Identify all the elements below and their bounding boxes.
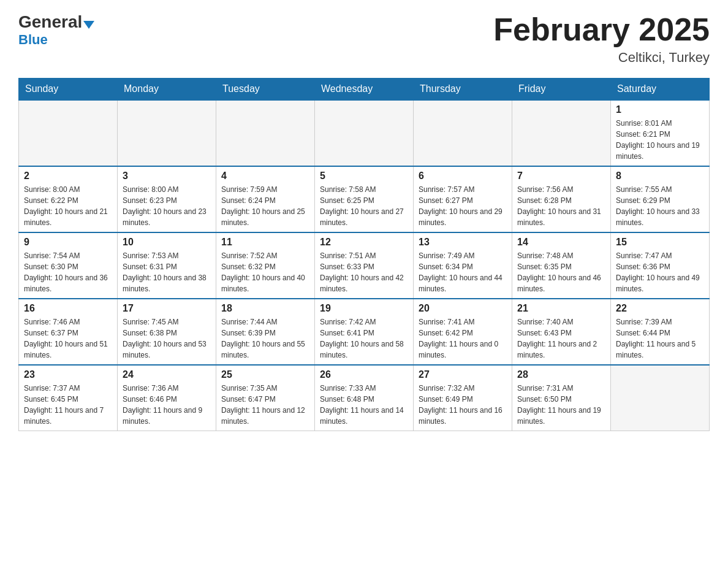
calendar-day-cell <box>414 100 512 166</box>
calendar-day-cell: 16Sunrise: 7:46 AMSunset: 6:37 PMDayligh… <box>19 299 118 365</box>
day-info: Sunrise: 7:48 AMSunset: 6:35 PMDaylight:… <box>517 250 605 294</box>
logo-arrow-icon <box>83 21 94 29</box>
day-of-week-header: Saturday <box>611 79 710 101</box>
calendar-day-cell: 2Sunrise: 8:00 AMSunset: 6:22 PMDaylight… <box>19 166 118 232</box>
day-number: 20 <box>419 303 507 314</box>
day-info: Sunrise: 7:52 AMSunset: 6:32 PMDaylight:… <box>221 250 309 294</box>
calendar-day-cell: 7Sunrise: 7:56 AMSunset: 6:28 PMDaylight… <box>512 166 611 232</box>
calendar-day-cell <box>118 100 216 166</box>
day-of-week-header: Wednesday <box>315 79 414 101</box>
calendar-week-row: 2Sunrise: 8:00 AMSunset: 6:22 PMDaylight… <box>19 166 710 232</box>
day-of-week-header: Monday <box>118 79 216 101</box>
day-number: 1 <box>616 104 704 115</box>
day-of-week-header: Thursday <box>414 79 512 101</box>
day-number: 10 <box>123 237 211 248</box>
day-info: Sunrise: 7:44 AMSunset: 6:39 PMDaylight:… <box>221 316 309 361</box>
calendar-table: SundayMondayTuesdayWednesdayThursdayFrid… <box>18 78 710 431</box>
day-info: Sunrise: 8:00 AMSunset: 6:23 PMDaylight:… <box>123 184 211 228</box>
day-number: 18 <box>221 303 309 314</box>
day-info: Sunrise: 7:53 AMSunset: 6:31 PMDaylight:… <box>123 250 211 294</box>
day-number: 4 <box>221 170 309 182</box>
calendar-day-cell: 21Sunrise: 7:40 AMSunset: 6:43 PMDayligh… <box>512 299 611 365</box>
day-info: Sunrise: 7:36 AMSunset: 6:46 PMDaylight:… <box>123 383 211 427</box>
calendar-week-row: 1Sunrise: 8:01 AMSunset: 6:21 PMDaylight… <box>19 100 710 166</box>
day-number: 6 <box>419 170 507 182</box>
calendar-day-cell: 4Sunrise: 7:59 AMSunset: 6:24 PMDaylight… <box>216 166 315 232</box>
day-info: Sunrise: 7:45 AMSunset: 6:38 PMDaylight:… <box>123 316 211 361</box>
day-info: Sunrise: 8:01 AMSunset: 6:21 PMDaylight:… <box>616 118 704 162</box>
day-info: Sunrise: 7:39 AMSunset: 6:44 PMDaylight:… <box>616 316 704 361</box>
day-number: 13 <box>419 237 507 248</box>
calendar-day-cell: 20Sunrise: 7:41 AMSunset: 6:42 PMDayligh… <box>414 299 512 365</box>
day-info: Sunrise: 7:47 AMSunset: 6:36 PMDaylight:… <box>616 250 704 294</box>
calendar-day-cell <box>512 100 611 166</box>
day-number: 12 <box>320 237 408 248</box>
day-number: 23 <box>24 369 112 380</box>
calendar-day-cell: 9Sunrise: 7:54 AMSunset: 6:30 PMDaylight… <box>19 232 118 299</box>
day-info: Sunrise: 7:59 AMSunset: 6:24 PMDaylight:… <box>221 184 309 228</box>
day-number: 26 <box>320 369 408 380</box>
day-number: 8 <box>616 170 704 182</box>
day-info: Sunrise: 7:58 AMSunset: 6:25 PMDaylight:… <box>320 184 408 228</box>
day-number: 21 <box>517 303 605 314</box>
day-info: Sunrise: 7:32 AMSunset: 6:49 PMDaylight:… <box>419 383 507 427</box>
page-header: General Blue February 2025 Celtikci, Tur… <box>18 12 710 66</box>
calendar-day-cell <box>611 365 710 431</box>
day-info: Sunrise: 7:49 AMSunset: 6:34 PMDaylight:… <box>419 250 507 294</box>
location-subtitle: Celtikci, Turkey <box>493 50 710 66</box>
calendar-day-cell: 10Sunrise: 7:53 AMSunset: 6:31 PMDayligh… <box>118 232 216 299</box>
calendar-day-cell <box>19 100 118 166</box>
calendar-day-cell: 26Sunrise: 7:33 AMSunset: 6:48 PMDayligh… <box>315 365 414 431</box>
logo-general-text: General <box>18 12 82 32</box>
day-info: Sunrise: 7:46 AMSunset: 6:37 PMDaylight:… <box>24 316 112 361</box>
calendar-day-cell: 18Sunrise: 7:44 AMSunset: 6:39 PMDayligh… <box>216 299 315 365</box>
day-number: 25 <box>221 369 309 380</box>
calendar-day-cell: 24Sunrise: 7:36 AMSunset: 6:46 PMDayligh… <box>118 365 216 431</box>
calendar-day-cell: 14Sunrise: 7:48 AMSunset: 6:35 PMDayligh… <box>512 232 611 299</box>
day-info: Sunrise: 7:40 AMSunset: 6:43 PMDaylight:… <box>517 316 605 361</box>
day-number: 7 <box>517 170 605 182</box>
day-info: Sunrise: 7:35 AMSunset: 6:47 PMDaylight:… <box>221 383 309 427</box>
day-number: 28 <box>517 369 605 380</box>
day-info: Sunrise: 7:54 AMSunset: 6:30 PMDaylight:… <box>24 250 112 294</box>
day-number: 2 <box>24 170 112 182</box>
day-number: 22 <box>616 303 704 314</box>
day-info: Sunrise: 7:55 AMSunset: 6:29 PMDaylight:… <box>616 184 704 228</box>
day-info: Sunrise: 7:31 AMSunset: 6:50 PMDaylight:… <box>517 383 605 427</box>
calendar-day-cell: 22Sunrise: 7:39 AMSunset: 6:44 PMDayligh… <box>611 299 710 365</box>
calendar-day-cell: 28Sunrise: 7:31 AMSunset: 6:50 PMDayligh… <box>512 365 611 431</box>
calendar-day-cell: 13Sunrise: 7:49 AMSunset: 6:34 PMDayligh… <box>414 232 512 299</box>
calendar-day-cell <box>216 100 315 166</box>
day-info: Sunrise: 7:33 AMSunset: 6:48 PMDaylight:… <box>320 383 408 427</box>
calendar-day-cell: 15Sunrise: 7:47 AMSunset: 6:36 PMDayligh… <box>611 232 710 299</box>
title-section: February 2025 Celtikci, Turkey <box>493 12 710 66</box>
day-number: 9 <box>24 237 112 248</box>
day-number: 5 <box>320 170 408 182</box>
day-number: 11 <box>221 237 309 248</box>
day-number: 27 <box>419 369 507 380</box>
calendar-day-cell: 1Sunrise: 8:01 AMSunset: 6:21 PMDaylight… <box>611 100 710 166</box>
day-info: Sunrise: 7:42 AMSunset: 6:41 PMDaylight:… <box>320 316 408 361</box>
day-info: Sunrise: 7:56 AMSunset: 6:28 PMDaylight:… <box>517 184 605 228</box>
calendar-day-cell: 17Sunrise: 7:45 AMSunset: 6:38 PMDayligh… <box>118 299 216 365</box>
calendar-day-cell: 5Sunrise: 7:58 AMSunset: 6:25 PMDaylight… <box>315 166 414 232</box>
day-info: Sunrise: 7:57 AMSunset: 6:27 PMDaylight:… <box>419 184 507 228</box>
day-info: Sunrise: 7:37 AMSunset: 6:45 PMDaylight:… <box>24 383 112 427</box>
calendar-week-row: 23Sunrise: 7:37 AMSunset: 6:45 PMDayligh… <box>19 365 710 431</box>
logo: General Blue <box>18 12 94 48</box>
calendar-day-cell <box>315 100 414 166</box>
calendar-day-cell: 11Sunrise: 7:52 AMSunset: 6:32 PMDayligh… <box>216 232 315 299</box>
day-number: 17 <box>123 303 211 314</box>
day-info: Sunrise: 7:51 AMSunset: 6:33 PMDaylight:… <box>320 250 408 294</box>
calendar-day-cell: 27Sunrise: 7:32 AMSunset: 6:49 PMDayligh… <box>414 365 512 431</box>
day-number: 16 <box>24 303 112 314</box>
day-number: 14 <box>517 237 605 248</box>
day-number: 15 <box>616 237 704 248</box>
day-of-week-header: Friday <box>512 79 611 101</box>
day-number: 19 <box>320 303 408 314</box>
logo-blue-text: Blue <box>18 32 48 48</box>
calendar-day-cell: 23Sunrise: 7:37 AMSunset: 6:45 PMDayligh… <box>19 365 118 431</box>
calendar-week-row: 9Sunrise: 7:54 AMSunset: 6:30 PMDaylight… <box>19 232 710 299</box>
day-info: Sunrise: 7:41 AMSunset: 6:42 PMDaylight:… <box>419 316 507 361</box>
day-info: Sunrise: 8:00 AMSunset: 6:22 PMDaylight:… <box>24 184 112 228</box>
